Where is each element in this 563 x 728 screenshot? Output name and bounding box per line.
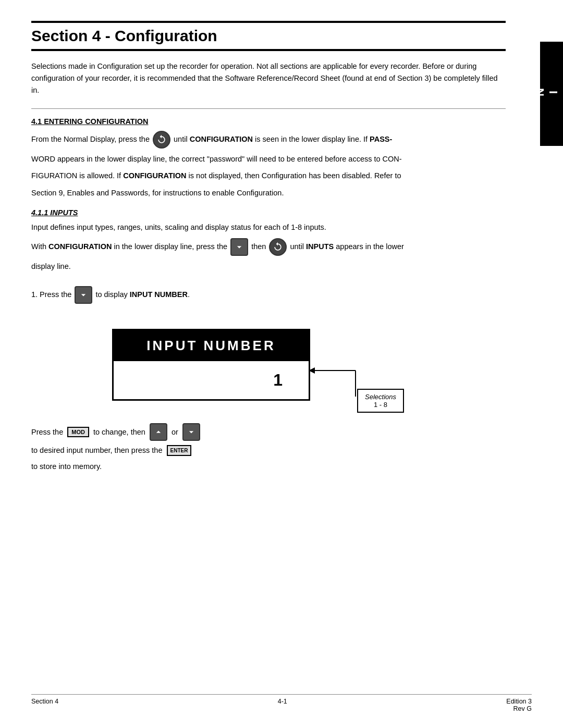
para-4-1-2: WORD appears in the lower display line, … — [31, 153, 506, 166]
down-arrow-button-2[interactable] — [75, 286, 92, 304]
section-title: Section 4 - Configuration — [31, 27, 217, 44]
para-4-1-4: Section 9, Enables and Passwords, for in… — [31, 187, 506, 200]
para-4-1-3: FIGURATION is allowed. If CONFIGURATION … — [31, 169, 506, 182]
footer-rev: Rev G — [506, 705, 532, 712]
para-inputs-1: Input defines input types, ranges, units… — [31, 221, 506, 234]
circle-arrow-button-1[interactable] — [153, 131, 170, 149]
bold-input-number: INPUT NUMBER — [130, 290, 188, 299]
bold-inputs: INPUTS — [306, 242, 334, 251]
intro-paragraph: Selections made in Configuration set up … — [31, 60, 506, 97]
sidebar-letter-i: I — [546, 91, 560, 97]
section-divider — [31, 108, 506, 109]
step-1: 1. Press the to display INPUT NUMBER. — [31, 286, 506, 304]
circle-arrow-button-2[interactable] — [269, 238, 287, 256]
display-value: 1 — [273, 371, 283, 390]
para-display-line: display line. — [31, 260, 506, 273]
press-post-2: to store into memory. — [31, 460, 506, 473]
selections-label: Selections — [364, 393, 397, 401]
heading-4-1-1: 4.1.1 INPUTS — [31, 208, 506, 217]
input-number-display: INPUT NUMBER 1 — [112, 329, 310, 401]
footer-center: 4-1 — [278, 698, 287, 712]
bold-configuration-3: CONFIGURATION — [48, 242, 112, 251]
display-title: INPUT NUMBER — [114, 330, 309, 361]
sidebar-letter-t: T — [492, 89, 506, 98]
selections-box: Selections 1 - 8 — [357, 389, 404, 413]
selections-range: 1 - 8 — [364, 401, 397, 409]
bold-password: PASS- — [370, 134, 392, 143]
display-value-row: 1 — [114, 361, 309, 399]
para-4-1-1: From the Normal Display, press the until… — [31, 131, 506, 149]
para-inputs-2: With CONFIGURATION in the lower display … — [31, 238, 506, 256]
down-arrow-button-1[interactable] — [230, 238, 248, 256]
heading-4-1: 4.1 ENTERING CONFIGURATION — [31, 117, 506, 126]
sidebar-letter-s: S — [479, 89, 492, 100]
bold-configuration-2: CONFIGURATION — [123, 171, 186, 180]
enter-button[interactable]: ENTER — [167, 445, 192, 456]
para-4-1-1-pre: From the Normal Display, press the — [31, 134, 150, 143]
main-content: Section 4 - Configuration Selections mad… — [0, 0, 563, 728]
svg-marker-2 — [309, 367, 315, 374]
diagram-area: INPUT NUMBER 1 — [31, 313, 506, 413]
bold-configuration-1: CONFIGURATION — [190, 134, 253, 143]
footer-right: Edition 3 Rev G — [506, 698, 532, 712]
sidebar-letter-u: U — [506, 88, 519, 100]
down-arrow-button-3[interactable] — [182, 423, 200, 441]
sidebar-letter-p: P — [519, 89, 533, 100]
footer: Section 4 4-1 Edition 3 Rev G — [31, 694, 532, 712]
press-mod-row: Press the MOD to change, then or — [31, 423, 506, 441]
footer-left: Section 4 — [31, 698, 58, 712]
section-title-bar: Section 4 - Configuration — [31, 21, 506, 51]
footer-edition: Edition 3 — [506, 698, 532, 705]
mod-button[interactable]: MOD — [67, 427, 89, 437]
sidebar-letter-n: N — [533, 88, 546, 100]
up-arrow-button[interactable] — [150, 423, 167, 441]
sidebar-tab: I N P U T S — [540, 42, 563, 146]
press-enter-row: to desired input number, then press the … — [31, 445, 506, 456]
